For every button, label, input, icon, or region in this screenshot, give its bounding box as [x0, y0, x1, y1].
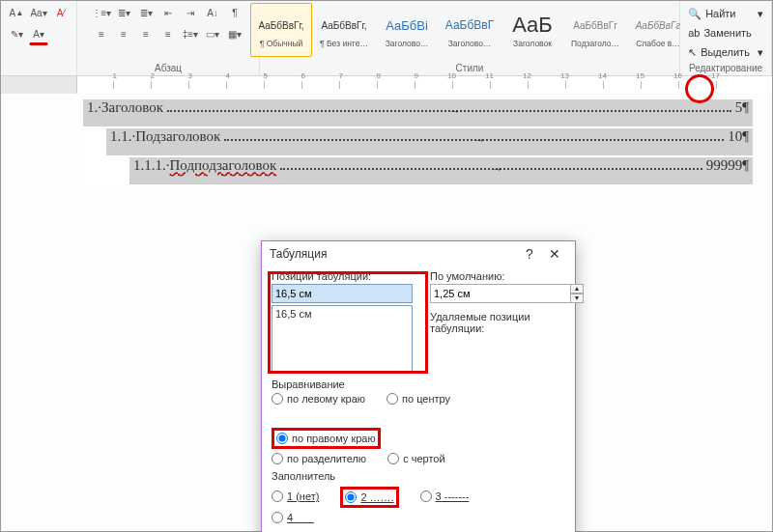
styles-group-label: Стили — [456, 61, 484, 75]
document-page: 1.·Заголовок 5¶ 1.1.·Подзаголовок 10¶ 1.… — [83, 99, 753, 186]
decrease-indent-button[interactable]: ⇤ — [158, 3, 178, 22]
editing-group-label: Редактирование — [689, 61, 762, 75]
tab-positions-label: Позиции табуляции: — [272, 270, 413, 282]
paragraph-group-label: Абзац — [155, 61, 182, 75]
multilevel-button[interactable]: ≣▾ — [136, 3, 156, 22]
align-center-radio[interactable]: по центру — [386, 393, 450, 405]
style-item[interactable]: АаБЗаголовок — [501, 3, 563, 57]
font-group: A▲ Aa▾ A⁄ ✎▾ A▾ — [1, 1, 77, 75]
ruler[interactable]: 1234567891011121314151617 — [1, 76, 772, 94]
default-tab-input[interactable] — [430, 284, 570, 303]
heading-line-3[interactable]: 1.1.1.·Подподзаголовок 99999¶ — [129, 157, 753, 184]
styles-group: АаБбВвГг,¶ ОбычныйАаБбВвГг,¶ Без инте…Аа… — [260, 1, 680, 75]
shading-button[interactable]: ▭▾ — [203, 24, 222, 43]
show-marks-button[interactable]: ¶ — [225, 3, 244, 22]
style-item[interactable]: АаБбВвГг,¶ Без инте… — [313, 3, 375, 57]
spin-down-icon[interactable]: ▼ — [570, 294, 584, 303]
editing-group: 🔍Найти▾ abЗаменить ↖Выделить▾ Редактиров… — [680, 1, 772, 75]
ribbon: A▲ Aa▾ A⁄ ✎▾ A▾ ⋮≡▾ ≣▾ ≣▾ ⇤ ⇥ A↓ ¶ ≡ — [1, 1, 772, 76]
align-left-button[interactable]: ≡ — [92, 24, 111, 43]
style-item[interactable]: АаБбВіЗаголово… — [376, 3, 438, 57]
leader-1-radio[interactable]: 1 (нет) — [272, 485, 319, 508]
highlight-button[interactable]: ✎▾ — [7, 24, 26, 43]
justify-button[interactable]: ≡ — [158, 24, 178, 43]
leader-4-radio[interactable]: 4 ___ — [272, 512, 314, 523]
paragraph-group: ⋮≡▾ ≣▾ ≣▾ ⇤ ⇥ A↓ ¶ ≡ ≡ ≡ ≡ ‡≡▾ ▭▾ ▦▾ Абз… — [77, 1, 260, 75]
alignment-label: Выравнивание — [272, 378, 565, 390]
align-right-button[interactable]: ≡ — [136, 24, 156, 43]
leader-2-radio[interactable]: 2 ……. — [345, 491, 393, 503]
styles-gallery[interactable]: АаБбВвГг,¶ ОбычныйАаБбВвГг,¶ Без инте…Аа… — [250, 3, 689, 57]
font-color-button[interactable]: A▾ — [29, 24, 48, 45]
clear-tabs-label: Удаляемые позиции табуляции: — [430, 311, 584, 334]
align-center-button[interactable]: ≡ — [114, 24, 133, 43]
leader-3-radio[interactable]: 3 ------- — [420, 485, 470, 508]
dialog-title: Табуляция — [270, 247, 327, 261]
replace-button[interactable]: abЗаменить — [686, 24, 765, 42]
style-item[interactable]: АаБбВвГЗаголово… — [439, 3, 501, 57]
default-tab-spinner[interactable]: ▲▼ — [430, 284, 584, 303]
align-bar-radio[interactable]: с чертой — [387, 453, 444, 464]
change-case-button[interactable]: Aa▾ — [29, 3, 48, 22]
style-item[interactable]: АаБбВвГг,¶ Обычный — [250, 3, 312, 57]
bullets-button[interactable]: ⋮≡▾ — [92, 3, 111, 22]
tab-positions-list[interactable]: 16,5 см — [272, 305, 413, 373]
dialog-close-button[interactable]: ✕ — [542, 246, 567, 262]
find-icon: 🔍 — [688, 8, 701, 20]
borders-button[interactable]: ▦▾ — [225, 24, 244, 43]
sort-button[interactable]: A↓ — [203, 3, 222, 22]
select-icon: ↖ — [688, 46, 697, 59]
grow-font-button[interactable]: A▲ — [7, 3, 26, 22]
numbering-button[interactable]: ≣▾ — [114, 3, 133, 22]
spin-up-icon[interactable]: ▲ — [570, 284, 584, 294]
replace-icon: ab — [688, 27, 700, 39]
select-button[interactable]: ↖Выделить▾ — [686, 43, 765, 61]
line-spacing-button[interactable]: ‡≡▾ — [181, 24, 200, 43]
leader-label: Заполнитель — [272, 470, 565, 482]
find-button[interactable]: 🔍Найти▾ — [686, 5, 765, 22]
align-right-radio[interactable]: по правому краю — [276, 433, 376, 444]
style-item[interactable]: АаБбВвГгПодзаголо… — [564, 3, 626, 57]
heading-line-2[interactable]: 1.1.·Подзаголовок 10¶ — [106, 128, 753, 155]
heading-line-1[interactable]: 1.·Заголовок 5¶ — [83, 99, 753, 126]
clear-format-button[interactable]: A⁄ — [51, 3, 71, 22]
right-tab-marker-highlight — [685, 74, 714, 103]
increase-indent-button[interactable]: ⇥ — [181, 3, 200, 22]
dialog-help-button[interactable]: ? — [517, 246, 542, 262]
tabs-dialog: Табуляция ? ✕ Позиции табуляции: 16,5 см… — [261, 240, 576, 532]
align-left-radio[interactable]: по левому краю — [272, 393, 365, 405]
tab-position-input[interactable] — [272, 284, 413, 303]
align-decimal-radio[interactable]: по разделителю — [272, 453, 366, 464]
dialog-titlebar[interactable]: Табуляция ? ✕ — [262, 241, 575, 266]
default-tab-label: По умолчанию: — [430, 270, 584, 282]
